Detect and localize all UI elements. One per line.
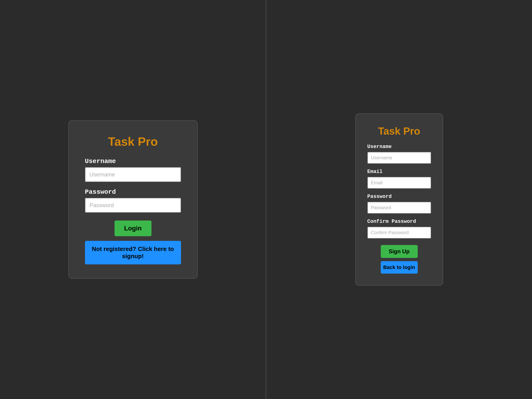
login-password-label: Password [85,188,181,196]
signup-username-group: Username [367,144,431,168]
signup-card: Task Pro Username Email Password Confirm… [355,113,443,286]
signup-button[interactable]: Sign Up [381,245,418,258]
login-username-input[interactable] [85,167,181,182]
login-username-label: Username [85,158,181,165]
login-password-group: Password [85,188,181,218]
signup-password-input[interactable] [367,202,431,214]
login-title: Task Pro [85,135,181,148]
login-password-input[interactable] [85,198,181,213]
signup-title: Task Pro [367,125,431,137]
signup-confirm-password-group: Confirm Password [367,219,431,243]
signup-password-group: Password [367,194,431,218]
signup-email-input[interactable] [367,177,431,189]
login-button[interactable]: Login [114,221,152,236]
login-card: Task Pro Username Password Login Not reg… [68,120,198,279]
signup-confirm-password-label: Confirm Password [367,219,431,224]
signup-link-button[interactable]: Not registered? Click here to signup! [85,241,181,264]
signup-username-label: Username [367,144,431,150]
login-username-group: Username [85,158,181,188]
signup-confirm-password-input[interactable] [367,227,431,239]
signup-username-input[interactable] [367,152,431,164]
signup-panel: Task Pro Username Email Password Confirm… [266,0,532,399]
signup-email-label: Email [367,169,431,175]
signup-email-group: Email [367,169,431,193]
back-to-login-button[interactable]: Back to login [381,261,418,274]
signup-password-label: Password [367,194,431,200]
login-panel: Task Pro Username Password Login Not reg… [0,0,266,399]
